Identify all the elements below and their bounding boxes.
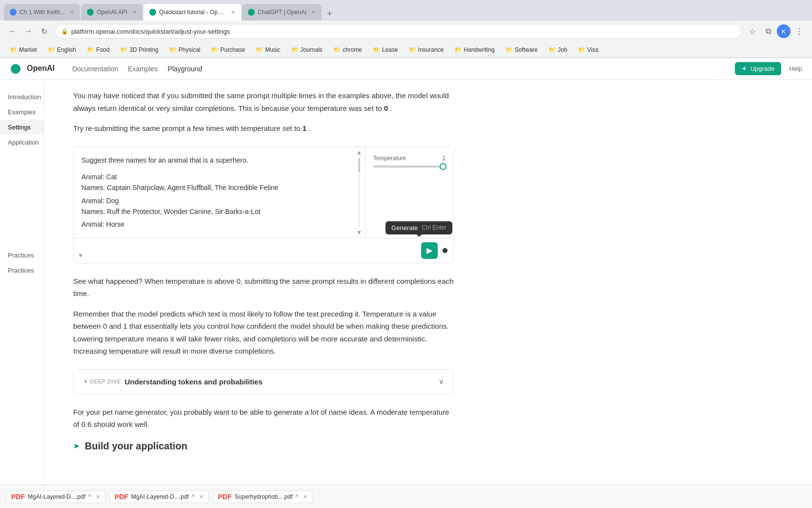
pdf-chevron-3[interactable]: ^ bbox=[296, 493, 299, 500]
prompt-line-cat: Animal: Cat bbox=[81, 171, 357, 182]
generate-tooltip: Generate Ctrl Enter bbox=[386, 221, 452, 234]
pdf-chevron-2[interactable]: ^ bbox=[192, 493, 195, 500]
pdf-item-2[interactable]: PDF MgAI-Layered-D....pdf ^ × bbox=[109, 490, 209, 503]
bookmark-label: English bbox=[57, 46, 76, 53]
bookmark-job[interactable]: 📁 Job bbox=[545, 45, 571, 54]
scroll-up-icon[interactable]: ▲ bbox=[356, 149, 362, 156]
pdf-close-2[interactable]: × bbox=[200, 493, 203, 501]
sidebar-item-practices2[interactable]: Practices bbox=[0, 263, 43, 278]
scroll-thumb bbox=[358, 158, 360, 172]
bookmark-journals[interactable]: 📁 Journals bbox=[287, 45, 326, 54]
upgrade-button[interactable]: ✦ Upgrade bbox=[735, 62, 781, 75]
build-title: Build your application bbox=[85, 441, 187, 452]
deep-dive-box[interactable]: ✦ DEEP DIVE Understanding tokens and pro… bbox=[73, 369, 454, 394]
deep-dive-header[interactable]: ✦ DEEP DIVE Understanding tokens and pro… bbox=[74, 370, 453, 394]
bookmark-label: Job bbox=[558, 46, 567, 53]
bookmark-chrome[interactable]: 📁 chrome bbox=[329, 45, 366, 54]
extensions-button[interactable]: ⧉ bbox=[761, 24, 775, 38]
pdf-item-1[interactable]: PDF MgAI-Layered-D....pdf ^ × bbox=[6, 490, 105, 503]
address-bar: ← → ↻ 🔒 platform.openai.com/docs/quickst… bbox=[0, 21, 812, 42]
menu-button[interactable]: ⋮ bbox=[792, 24, 806, 38]
bookmark-label: Physical bbox=[179, 46, 201, 53]
bookmark-label: Food bbox=[96, 46, 109, 53]
bookmark-star-button[interactable]: ☆ bbox=[746, 24, 759, 38]
sidebar-item-examples[interactable]: Examples bbox=[0, 105, 43, 120]
bookmark-music[interactable]: 📁 Music bbox=[252, 45, 284, 54]
prompt-scrollbar[interactable]: ▲ ▼ bbox=[356, 147, 362, 238]
help-link[interactable]: Help bbox=[789, 65, 802, 72]
tab-chatgpt[interactable]: ChatGPT | OpenAI ✕ bbox=[242, 4, 322, 21]
new-tab-button[interactable]: + bbox=[323, 7, 336, 21]
pdf-item-3[interactable]: PDF Superhydrophob....pdf ^ × bbox=[213, 490, 313, 503]
profile-button[interactable]: K bbox=[777, 24, 791, 38]
tab-openai-api[interactable]: OpenAI API ✕ bbox=[81, 4, 142, 21]
prompt-line-1: Suggest three names for an animal that i… bbox=[81, 155, 357, 166]
para1-bold: 0 bbox=[384, 104, 388, 112]
temperature-slider[interactable] bbox=[373, 166, 446, 168]
forward-button[interactable]: → bbox=[21, 24, 35, 38]
pdf-close-3[interactable]: × bbox=[303, 493, 307, 501]
playground-box: Suggest three names for an animal that i… bbox=[73, 147, 454, 263]
bookmark-software[interactable]: 📁 Software bbox=[502, 45, 542, 54]
tab-favicon-openai bbox=[87, 9, 94, 16]
folder-icon: 📁 bbox=[87, 46, 94, 53]
sidebar-item-practices[interactable]: Practices bbox=[0, 248, 43, 263]
tab-close-ch1[interactable]: ✕ bbox=[70, 9, 74, 16]
bookmark-label: Music bbox=[265, 46, 280, 53]
bookmark-food[interactable]: 📁 Food bbox=[83, 45, 113, 54]
nav-documentation[interactable]: Documentation bbox=[72, 63, 118, 75]
address-input[interactable]: 🔒 platform.openai.com/docs/quickstart/ad… bbox=[55, 24, 742, 39]
pdf-close-1[interactable]: × bbox=[96, 493, 100, 501]
sidebar-item-settings[interactable]: Settings bbox=[0, 120, 43, 135]
bookmark-label: 3D Printing bbox=[129, 46, 158, 53]
prompt-area[interactable]: Suggest three names for an animal that i… bbox=[74, 147, 365, 238]
bookmark-handwriting[interactable]: 📁 Handwriting bbox=[450, 45, 498, 54]
prompt-scroll-down-btn[interactable]: ▼ bbox=[78, 252, 83, 259]
bookmark-visa[interactable]: 📁 Visa bbox=[574, 45, 602, 54]
scroll-down-icon[interactable]: ▼ bbox=[356, 229, 362, 236]
para1-end: . bbox=[390, 104, 392, 112]
pdf-icon-3: PDF bbox=[218, 493, 232, 501]
bookmark-market[interactable]: 📁 Market bbox=[6, 45, 41, 54]
bookmark-3dprinting[interactable]: 📁 3D Printing bbox=[116, 45, 162, 54]
tab-favicon-chatgpt bbox=[248, 9, 255, 16]
folder-icon: 📁 bbox=[48, 46, 55, 53]
browser-chrome: Ch 1 With Keith... ✕ OpenAI API ✕ Quicks… bbox=[0, 0, 812, 58]
temperature-label: Temperature bbox=[373, 155, 406, 162]
nav-examples[interactable]: Examples bbox=[128, 63, 158, 75]
paragraph-1: You may have noticed that if you submitt… bbox=[73, 89, 454, 114]
bookmark-english[interactable]: 📁 English bbox=[44, 45, 80, 54]
tab-close-openai[interactable]: ✕ bbox=[132, 9, 137, 16]
mouse-cursor bbox=[443, 248, 447, 253]
pdf-chevron-1[interactable]: ^ bbox=[88, 493, 91, 500]
paragraph-2: Try re-submitting the same prompt a few … bbox=[73, 122, 454, 135]
refresh-button[interactable]: ↻ bbox=[37, 24, 51, 38]
folder-icon: 📁 bbox=[333, 46, 341, 53]
bookmark-physical[interactable]: 📁 Physical bbox=[165, 45, 204, 54]
run-button[interactable]: ▶ bbox=[421, 242, 438, 259]
svg-point-0 bbox=[11, 64, 20, 74]
sidebar: Introduction Examples Settings Applicati… bbox=[0, 80, 44, 508]
tab-close-quickstart[interactable]: ✕ bbox=[231, 9, 235, 16]
folder-icon: 📁 bbox=[211, 46, 218, 53]
playground-footer: ▼ Generate Ctrl Enter ▶ bbox=[74, 238, 453, 263]
tab-close-chatgpt[interactable]: ✕ bbox=[311, 9, 316, 16]
site-nav: OpenAI Documentation Examples Playground… bbox=[0, 58, 812, 80]
prompt-line-horse: Animal: Horse bbox=[81, 219, 357, 230]
paragraph-3: See what happened? When temperature is a… bbox=[73, 275, 454, 300]
nav-right-section: ✦ Upgrade Help bbox=[735, 62, 802, 75]
bookmark-lease[interactable]: 📁 Lease bbox=[369, 45, 402, 54]
folder-icon: 📁 bbox=[169, 46, 177, 53]
generate-area: Generate Ctrl Enter ▶ bbox=[421, 242, 447, 259]
back-button[interactable]: ← bbox=[6, 24, 20, 38]
bookmark-purchase[interactable]: 📁 Purchase bbox=[207, 45, 249, 54]
sidebar-item-introduction[interactable]: Introduction bbox=[0, 89, 43, 105]
tab-ch1[interactable]: Ch 1 With Keith... ✕ bbox=[4, 4, 80, 21]
nav-playground[interactable]: Playground bbox=[168, 63, 203, 75]
chevron-down-icon[interactable]: ∨ bbox=[439, 378, 444, 385]
bookmark-insurance[interactable]: 📁 Insurance bbox=[405, 45, 448, 54]
para2-start: Try re-submitting the same prompt a few … bbox=[73, 124, 300, 132]
tab-quickstart[interactable]: Quickstart tutorial - OpenAI A... ✕ bbox=[143, 4, 241, 21]
sidebar-item-application[interactable]: Application bbox=[0, 135, 43, 150]
prompt-line-dog: Animal: Dog bbox=[81, 195, 357, 206]
